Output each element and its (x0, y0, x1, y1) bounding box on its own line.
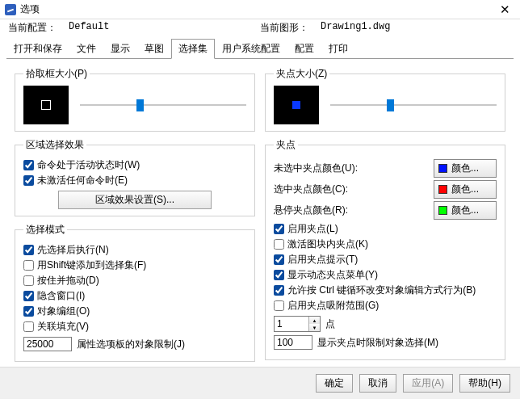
tab-打开和保存[interactable]: 打开和保存 (6, 39, 69, 59)
apply-button[interactable]: 应用(A) (403, 374, 453, 393)
grip-obj-limit-input[interactable] (274, 335, 312, 350)
region-active-label: 命令处于活动状态时(W) (37, 158, 140, 172)
grips-legend: 夹点 (274, 138, 298, 152)
tab-选择集[interactable]: 选择集 (171, 39, 215, 59)
grip-tips-checkbox[interactable] (274, 254, 284, 265)
current-config-value: Default (69, 21, 260, 35)
enable-grips-checkbox[interactable] (274, 224, 284, 234)
spin-down-icon[interactable]: ▼ (308, 324, 320, 331)
region-inactive-label: 未激活任何命令时(E) (37, 174, 128, 187)
region-inactive-checkbox[interactable] (23, 175, 34, 186)
swatch-hover (438, 206, 447, 215)
unselected-grip-color-button[interactable]: 颜色... (434, 159, 497, 178)
app-icon (5, 4, 16, 15)
tab-草图[interactable]: 草图 (137, 39, 171, 59)
ok-button[interactable]: 确定 (316, 374, 353, 393)
window-title: 选项 (20, 2, 495, 16)
sm-assochatch-checkbox[interactable] (23, 321, 34, 332)
sm-objgroup-checkbox[interactable] (23, 306, 34, 317)
close-icon[interactable]: ✕ (495, 2, 515, 17)
selected-grip-color-button[interactable]: 颜色... (434, 180, 497, 199)
sm-pickfirst-checkbox[interactable] (23, 245, 34, 255)
tab-用户系统配置[interactable]: 用户系统配置 (215, 39, 287, 59)
pickbox-preview (23, 86, 69, 124)
prop-limit-label: 属性选项板的对象限制(J) (77, 338, 185, 351)
gripsize-legend: 夹点大小(Z) (274, 67, 329, 81)
swatch-unselected (438, 164, 447, 173)
region-active-checkbox[interactable] (23, 160, 34, 170)
region-legend: 区域选择效果 (23, 138, 86, 152)
region-settings-button[interactable]: 区域效果设置(S)... (58, 191, 212, 209)
prop-limit-input[interactable] (23, 337, 72, 351)
help-button[interactable]: 帮助(H) (459, 374, 510, 393)
gripsize-preview (274, 86, 319, 124)
sm-shiftadd-checkbox[interactable] (23, 260, 34, 271)
pickbox-legend: 拾取框大小(P) (23, 67, 90, 81)
ctrl-cycle-checkbox[interactable] (274, 285, 284, 296)
hover-grip-color-button[interactable]: 颜色... (434, 201, 497, 220)
tab-显示[interactable]: 显示 (103, 39, 137, 59)
dyn-grip-menu-checkbox[interactable] (274, 270, 284, 280)
grips-in-blocks-checkbox[interactable] (274, 239, 284, 250)
pickbox-slider[interactable] (80, 98, 246, 112)
gripsize-slider[interactable] (330, 98, 497, 112)
selmode-legend: 选择模式 (23, 223, 67, 237)
cancel-button[interactable]: 取消 (359, 374, 396, 393)
current-drawing-label: 当前图形： (260, 21, 308, 35)
spin-up-icon[interactable]: ▲ (308, 317, 320, 324)
current-drawing-value: Drawing1.dwg (321, 21, 512, 35)
current-config-label: 当前配置： (8, 21, 57, 35)
tab-文件[interactable]: 文件 (69, 39, 103, 59)
tab-打印[interactable]: 打印 (321, 39, 355, 59)
sm-pressdrag-checkbox[interactable] (23, 275, 34, 286)
swatch-selected (438, 185, 447, 194)
sm-impliedwin-checkbox[interactable] (23, 291, 34, 301)
tab-配置[interactable]: 配置 (287, 39, 321, 59)
grip-snap-range-checkbox[interactable] (274, 300, 284, 311)
grip-points-spinner[interactable]: ▲▼ (274, 316, 321, 332)
